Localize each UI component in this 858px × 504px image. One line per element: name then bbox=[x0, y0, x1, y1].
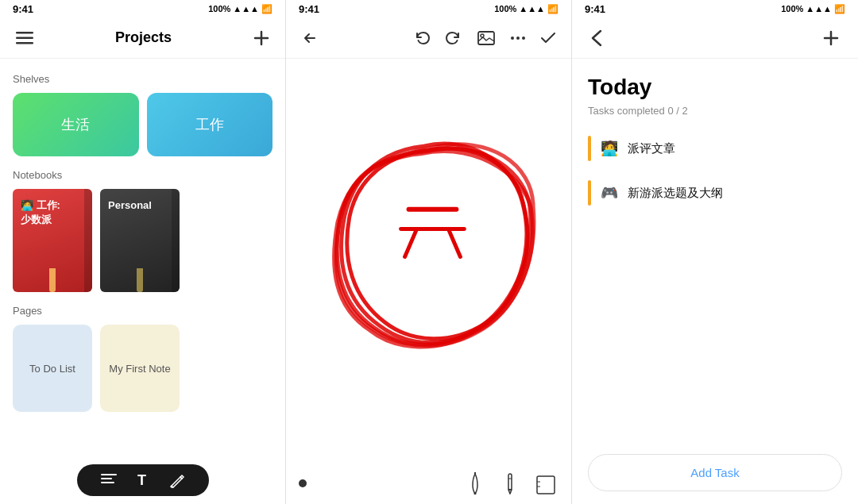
time-2: 9:41 bbox=[299, 3, 319, 15]
today-content: Today Tasks completed 0 / 2 🧑‍💻 派评文章 🎮 新… bbox=[572, 59, 858, 441]
page-todo[interactable]: To Do List bbox=[13, 325, 92, 412]
projects-content: Shelves 生活 工作 Notebooks 🧑‍💻 工作:少数派 Per bbox=[0, 59, 285, 456]
svg-rect-19 bbox=[537, 476, 555, 494]
time-1: 9:41 bbox=[13, 3, 33, 15]
toolbar-pill: T bbox=[77, 464, 209, 496]
pen-button[interactable] bbox=[169, 472, 185, 488]
task-emoji-2: 🎮 bbox=[601, 184, 618, 202]
shelves-label: Shelves bbox=[13, 73, 272, 85]
canvas-dot bbox=[299, 479, 307, 487]
notebook-work[interactable]: 🧑‍💻 工作:少数派 bbox=[13, 189, 92, 292]
add-project-button[interactable] bbox=[250, 27, 272, 49]
svg-rect-2 bbox=[16, 42, 33, 44]
projects-header: Projects bbox=[0, 17, 285, 59]
canvas-toolbar-actions bbox=[411, 28, 558, 48]
pencil-tool-button[interactable] bbox=[500, 469, 520, 498]
notebooks-grid: 🧑‍💻 工作:少数派 Personal bbox=[13, 189, 272, 292]
add-task-header-button[interactable] bbox=[820, 27, 842, 49]
status-icons-2: 100% ▲▲▲ 📶 bbox=[494, 4, 558, 14]
shelf-life[interactable]: 生活 bbox=[13, 93, 139, 156]
svg-rect-16 bbox=[508, 474, 512, 490]
shelf-work[interactable]: 工作 bbox=[147, 93, 273, 156]
more-options-button[interactable] bbox=[508, 33, 528, 44]
today-title: Today bbox=[588, 75, 842, 100]
shelves-grid: 生活 工作 bbox=[13, 93, 272, 156]
canvas-back-button[interactable] bbox=[299, 28, 321, 48]
menu-button[interactable] bbox=[13, 29, 37, 48]
status-bar-1: 9:41 100% ▲▲▲ 📶 bbox=[0, 0, 285, 17]
svg-point-11 bbox=[511, 37, 514, 40]
battery-1: 100% bbox=[208, 4, 230, 13]
pages-label: Pages bbox=[13, 305, 272, 317]
svg-marker-17 bbox=[508, 490, 512, 494]
task-bar-2 bbox=[588, 180, 591, 206]
pages-grid: To Do List My First Note bbox=[13, 325, 272, 412]
projects-title: Projects bbox=[115, 29, 172, 46]
bottom-toolbar: T bbox=[0, 456, 285, 504]
notebook-personal[interactable]: Personal bbox=[100, 189, 180, 292]
task-label-2: 新游派选题及大纲 bbox=[628, 186, 723, 201]
today-footer: Add Task bbox=[572, 441, 858, 504]
check-button[interactable] bbox=[538, 29, 558, 47]
signal-1: ▲▲▲ bbox=[233, 4, 259, 13]
image-insert-button[interactable] bbox=[474, 28, 498, 48]
panel-projects: 9:41 100% ▲▲▲ 📶 Projects bbox=[0, 0, 286, 504]
task-item[interactable]: 🧑‍💻 派评文章 bbox=[588, 133, 842, 164]
time-3: 9:41 bbox=[585, 3, 605, 15]
add-task-button[interactable]: Add Task bbox=[588, 454, 842, 491]
svg-rect-9 bbox=[478, 32, 494, 44]
panel-today: 9:41 100% ▲▲▲ 📶 Today bbox=[572, 0, 858, 504]
svg-rect-1 bbox=[16, 37, 33, 39]
svg-point-12 bbox=[516, 37, 520, 40]
task-bar-1 bbox=[588, 136, 591, 161]
canvas-toolbar bbox=[286, 17, 571, 59]
task-label-1: 派评文章 bbox=[628, 141, 675, 156]
task-emoji-1: 🧑‍💻 bbox=[601, 140, 618, 157]
svg-rect-6 bbox=[101, 478, 112, 479]
canvas-area[interactable] bbox=[286, 59, 571, 463]
today-header bbox=[572, 17, 858, 59]
wifi-1: 📶 bbox=[261, 4, 272, 14]
svg-rect-7 bbox=[101, 482, 114, 483]
list-view-button[interactable] bbox=[101, 474, 117, 487]
page-first-note[interactable]: My First Note bbox=[100, 325, 180, 412]
pen-tool-button[interactable] bbox=[463, 469, 487, 498]
canvas-tools bbox=[463, 469, 558, 498]
svg-point-13 bbox=[522, 37, 525, 40]
canvas-bottom bbox=[286, 463, 571, 504]
status-icons-3: 100% ▲▲▲ 📶 bbox=[781, 4, 845, 14]
task-item[interactable]: 🎮 新游派选题及大纲 bbox=[588, 177, 842, 209]
svg-rect-0 bbox=[16, 32, 33, 34]
status-icons-1: 100% ▲▲▲ 📶 bbox=[208, 4, 272, 14]
tasks-completed: Tasks completed 0 / 2 bbox=[588, 105, 842, 117]
today-back-button[interactable] bbox=[588, 26, 605, 50]
ruler-tool-button[interactable] bbox=[533, 472, 558, 498]
undo-button[interactable] bbox=[411, 28, 433, 48]
status-bar-2: 9:41 100% ▲▲▲ 📶 bbox=[286, 0, 571, 17]
svg-rect-5 bbox=[101, 474, 117, 475]
svg-text:T: T bbox=[137, 472, 146, 488]
notebooks-label: Notebooks bbox=[13, 169, 272, 181]
redo-button[interactable] bbox=[443, 28, 465, 48]
text-button[interactable]: T bbox=[136, 472, 150, 488]
panel-canvas: 9:41 100% ▲▲▲ 📶 bbox=[286, 0, 572, 504]
status-bar-3: 9:41 100% ▲▲▲ 📶 bbox=[572, 0, 858, 17]
